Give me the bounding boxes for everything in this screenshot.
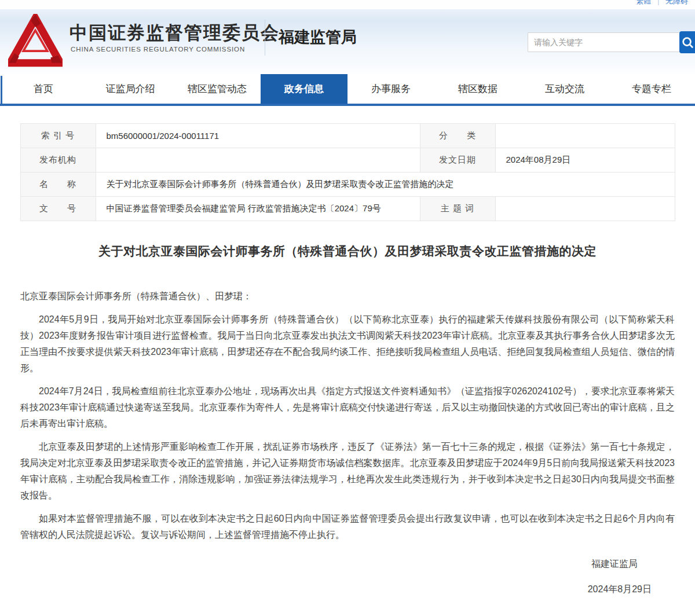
- nav-item-services[interactable]: 办事服务: [348, 74, 434, 104]
- org-name-en: CHINA SECURITIES REGULATORY COMMISSION: [71, 46, 245, 53]
- table-row: 索 引 号 bm56000001/2024-00011171 分 类: [20, 124, 675, 148]
- meta-pubdate-label: 发文日期: [420, 148, 495, 173]
- bureau-name: 福建监管局: [279, 27, 357, 47]
- search-input[interactable]: [528, 32, 679, 52]
- main-nav: 首页 证监局介绍 辖区监管动态 政务信息 办事服务 辖区数据 互动交流 专题专栏: [0, 74, 695, 106]
- meta-docno-label: 文 号: [20, 197, 96, 221]
- page-title: 关于对北京亚泰国际会计师事务所（特殊普通合伙）及田梦珺采取责令改正监管措施的决定: [0, 243, 695, 259]
- article-paragraph: 如果对本监督管理措施不服，可以在收到本决定书之日起60日内向中国证券监督管理委员…: [20, 511, 675, 543]
- meta-issuer-label: 发布机构: [20, 148, 96, 173]
- search-icon: [681, 36, 694, 49]
- nav-item-regional-data[interactable]: 辖区数据: [434, 74, 521, 104]
- meta-index-value: bm56000001/2024-00011171: [96, 124, 420, 148]
- traditional-chinese-link[interactable]: 繁體: [636, 0, 651, 5]
- meta-docno-value: 中国证券监督管理委员会福建监管局 行政监管措施决定书〔2024〕79号: [96, 197, 420, 221]
- article-body: 北京亚泰国际会计师事务所（特殊普通合伙）、田梦珺： 2024年5月9日，我局开始…: [20, 288, 675, 597]
- article-paragraph: 2024年7月24日，我局检查组前往北京亚泰办公地址，现场再次出具《指定方式报送…: [20, 383, 675, 432]
- article-paragraph: 北京亚泰及田梦珺的上述情形严重影响检查工作开展，扰乱证券市场秩序，违反了《证券法…: [20, 439, 675, 504]
- page-root: 繁體｜无障碍 中国证券监督管理委员会 CHINA SECURITIES REGU…: [0, 0, 695, 616]
- signature-org: 福建证监局: [20, 556, 675, 572]
- org-name-cn: 中国证券监督管理委员会: [70, 21, 280, 45]
- article-salutation: 北京亚泰国际会计师事务所（特殊普通合伙）、田梦珺：: [20, 288, 675, 305]
- search-box: [528, 31, 695, 53]
- document-meta-table: 索 引 号 bm56000001/2024-00011171 分 类 发布机构 …: [20, 123, 675, 221]
- topbar-separator: ｜: [654, 0, 662, 5]
- nav-item-bureau-intro[interactable]: 证监局介绍: [87, 74, 174, 104]
- table-row: 名 称 关于对北京亚泰国际会计师事务所（特殊普通合伙）及田梦珺采取责令改正监管措…: [20, 173, 675, 197]
- meta-category-label: 分 类: [420, 124, 495, 148]
- meta-name-label: 名 称: [20, 173, 96, 197]
- signature-block: 福建证监局 2024年8月29日: [20, 556, 675, 597]
- meta-issuer-value: [96, 148, 420, 173]
- nav-item-regional-supervision[interactable]: 辖区监管动态: [174, 74, 261, 104]
- table-row: 发布机构 发文日期 2024年08月29日: [20, 148, 675, 173]
- meta-index-label: 索 引 号: [20, 124, 96, 148]
- meta-pubdate-value: 2024年08月29日: [495, 148, 675, 173]
- nav-item-interaction[interactable]: 互动交流: [521, 74, 608, 104]
- topbar: 繁體｜无障碍: [0, 0, 695, 9]
- nav-item-government-info[interactable]: 政务信息: [261, 74, 348, 104]
- header-divider: [265, 20, 265, 56]
- topbar-links: 繁體｜无障碍: [636, 0, 688, 6]
- signature-date: 2024年8月29日: [20, 581, 675, 597]
- csrc-logo-icon: [8, 14, 63, 72]
- nav-item-home[interactable]: 首页: [0, 74, 87, 104]
- search-button[interactable]: [679, 31, 695, 53]
- table-row: 文 号 中国证券监督管理委员会福建监管局 行政监管措施决定书〔2024〕79号 …: [20, 197, 675, 221]
- meta-subject-value: [495, 197, 675, 221]
- meta-category-value: [495, 124, 675, 148]
- meta-name-value: 关于对北京亚泰国际会计师事务所（特殊普通合伙）及田梦珺采取责令改正监管措施的决定: [96, 173, 675, 197]
- accessibility-link[interactable]: 无障碍: [665, 0, 688, 5]
- nav-item-special-topics[interactable]: 专题专栏: [608, 74, 695, 104]
- site-header: 中国证券监督管理委员会 CHINA SECURITIES REGULATORY …: [0, 9, 695, 74]
- meta-subject-label: 主 题 词: [420, 197, 495, 221]
- article-paragraph: 2024年5月9日，我局开始对北京亚泰国际会计师事务所（特殊普通合伙）（以下简称…: [20, 311, 675, 376]
